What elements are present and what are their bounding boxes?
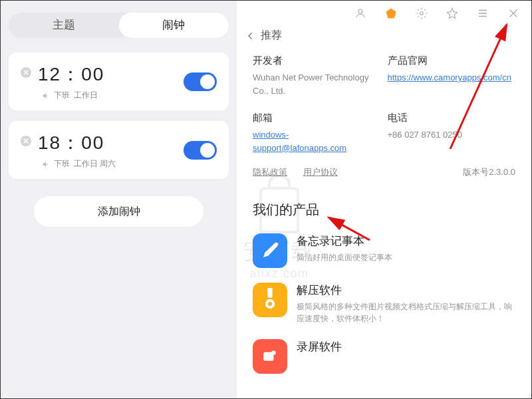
breadcrumb-title: 推荐 xyxy=(261,29,282,43)
recorder-icon xyxy=(253,339,287,374)
add-alarm-button[interactable]: 添加闹钟 xyxy=(34,196,203,227)
gear-icon[interactable] xyxy=(416,7,428,19)
svg-point-1 xyxy=(420,12,424,15)
email-label: 邮箱 xyxy=(253,112,381,124)
alarm-time: 12：00 xyxy=(38,62,104,87)
product-name: 解压软件 xyxy=(297,283,515,298)
alarm-toggle[interactable] xyxy=(184,141,217,160)
svg-rect-2 xyxy=(267,288,272,297)
close-icon[interactable] xyxy=(507,7,519,19)
email-link[interactable]: windows-support@lafonapps.com xyxy=(253,130,346,153)
products-title: 我们的产品 xyxy=(237,185,531,228)
phone-value: +86 027 8761 0250 xyxy=(388,128,516,142)
notepad-icon xyxy=(253,233,287,268)
tab-alarm[interactable]: 闹钟 xyxy=(119,13,229,38)
back-icon[interactable] xyxy=(246,31,255,41)
terms-link[interactable]: 用户协议 xyxy=(303,166,338,178)
svg-point-0 xyxy=(358,9,362,13)
developer-block: 开发者 Wuhan Net Power Technology Co., Ltd. xyxy=(253,55,381,97)
alarm-repeat: 工作日 xyxy=(74,90,98,101)
product-desc: 极简风格的多种文件图片视频文档格式压缩与解压缩工具，响应速度快，软件体积小！ xyxy=(297,301,515,325)
version-text: 版本号2.3.0.0 xyxy=(463,166,515,178)
website-label: 产品官网 xyxy=(388,55,516,67)
product-name: 备忘录记事本 xyxy=(297,233,392,249)
alarm-label: 下班 xyxy=(54,90,70,101)
speaker-icon xyxy=(42,160,50,168)
product-name: 录屏软件 xyxy=(297,339,342,354)
vip-icon[interactable] xyxy=(385,7,397,19)
speaker-icon xyxy=(42,92,50,100)
delete-alarm-icon[interactable] xyxy=(21,67,31,78)
alarm-label: 下班 xyxy=(54,158,70,170)
star-icon[interactable] xyxy=(446,7,458,19)
website-link[interactable]: https://www.camoryapps.com/cn xyxy=(388,72,511,82)
svg-point-4 xyxy=(268,302,272,306)
menu-icon[interactable] xyxy=(477,7,489,19)
website-block: 产品官网 https://www.camoryapps.com/cn xyxy=(388,55,516,97)
phone-label: 电话 xyxy=(388,112,516,124)
alarm-item[interactable]: 18：00 下班 工作日 周六 xyxy=(9,121,229,179)
zip-icon xyxy=(253,283,287,317)
tab-theme[interactable]: 主题 xyxy=(9,13,119,38)
product-item[interactable]: 备忘录记事本 简洁好用的桌面便签记事本 xyxy=(237,228,531,277)
alarm-time: 18：00 xyxy=(38,130,116,156)
alarm-toggle[interactable] xyxy=(184,72,217,91)
user-icon[interactable] xyxy=(354,7,366,19)
product-desc: 简洁好用的桌面便签记事本 xyxy=(297,251,392,263)
svg-point-6 xyxy=(271,350,276,355)
privacy-link[interactable]: 隐私政策 xyxy=(253,166,287,178)
alarm-repeat: 工作日 周六 xyxy=(74,158,116,170)
alarm-item[interactable]: 12：00 下班 工作日 xyxy=(9,53,229,110)
phone-block: 电话 +86 027 8761 0250 xyxy=(388,112,516,154)
delete-alarm-icon[interactable] xyxy=(21,136,31,146)
product-item[interactable]: 解压软件 极简风格的多种文件图片视频文档格式压缩与解压缩工具，响应速度快，软件体… xyxy=(237,277,531,334)
developer-value: Wuhan Net Power Technology Co., Ltd. xyxy=(253,71,381,97)
developer-label: 开发者 xyxy=(253,55,381,67)
product-item[interactable]: 录屏软件 xyxy=(237,334,531,383)
email-block: 邮箱 windows-support@lafonapps.com xyxy=(253,112,381,154)
